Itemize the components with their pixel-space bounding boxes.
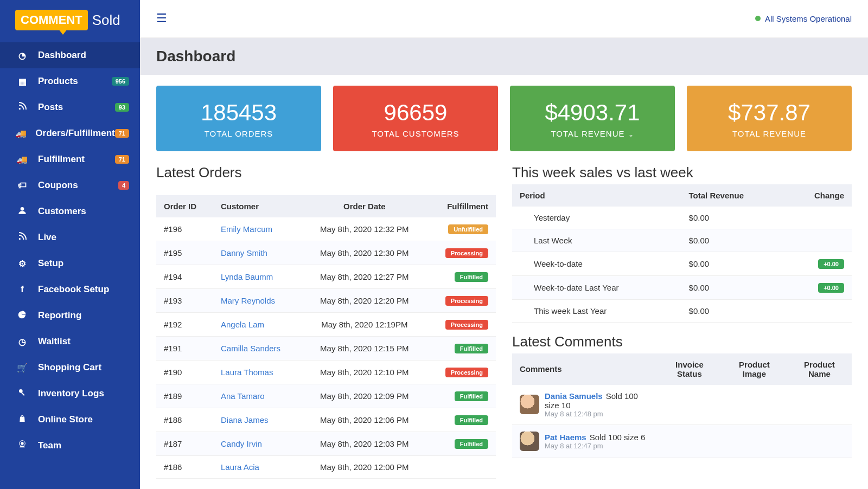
change-badge: +0.00 <box>818 283 844 293</box>
table-row[interactable]: #195Danny SmithMay 8th, 2020 12:30 PMPro… <box>156 241 496 265</box>
order-customer-link[interactable]: Emily Marcum <box>221 224 272 234</box>
topbar: ☰ All Systems Operational <box>140 0 868 38</box>
system-status[interactable]: All Systems Operational <box>755 14 852 23</box>
sidebar-item-label: Team <box>38 440 129 451</box>
sidebar-item-team[interactable]: Team <box>0 433 140 459</box>
sidebar-item-facebook-setup[interactable]: fFacebook Setup <box>0 276 140 303</box>
orders-header: Order Date <box>303 195 426 217</box>
table-row[interactable]: #190Laura ThomasMay 8th, 2020 12:10 PMPr… <box>156 360 496 384</box>
table-row[interactable]: #191Camilla SandersMay 8th, 2020 12:15 P… <box>156 336 496 360</box>
order-id: #196 <box>156 217 213 241</box>
sidebar-item-label: Shopping Cart <box>38 362 129 373</box>
order-customer-link[interactable]: Lynda Baumm <box>221 272 273 281</box>
sidebar-badge: 71 <box>115 129 129 138</box>
comments-header: Product Image <box>722 353 787 385</box>
order-customer-link[interactable]: Ana Tamaro <box>221 391 265 401</box>
hamburger-icon[interactable]: ☰ <box>156 11 167 25</box>
sidebar-item-label: Customers <box>38 206 129 217</box>
sales-header: Period <box>512 184 681 207</box>
orders-header: Order ID <box>156 195 213 217</box>
table-row: Week-to-date$0.00+0.00 <box>512 252 852 275</box>
sidebar-item-label: Reporting <box>38 310 129 321</box>
order-date: May 8th, 2020 12:32 PM <box>303 217 426 241</box>
sales-revenue: $0.00 <box>681 229 786 252</box>
sidebar-item-dashboard[interactable]: ◔Dashboard <box>0 42 140 68</box>
chevron-down-icon: ⌄ <box>628 131 634 138</box>
sidebar-item-inventory-logs[interactable]: Inventory Logs <box>0 381 140 407</box>
order-date: May 8th, 2020 12:27 PM <box>303 265 426 288</box>
stat-row: 185453TOTAL ORDERS96659TOTAL CUSTOMERS$4… <box>156 86 852 151</box>
comment-author-link[interactable]: Dania Samuels <box>545 391 603 401</box>
table-row[interactable]: #189Ana TamaroMay 8th, 2020 12:09 PMFulf… <box>156 384 496 408</box>
order-customer-link[interactable]: Mary Reynolds <box>221 296 275 305</box>
table-row: This week Last Year$0.00 <box>512 299 852 322</box>
order-customer-link[interactable]: Diana James <box>221 415 269 424</box>
logo-sold: Sold <box>92 12 120 29</box>
sidebar-item-reporting[interactable]: Reporting <box>0 303 140 329</box>
order-customer-link[interactable]: Candy Irvin <box>221 439 262 448</box>
sidebar-badge: 71 <box>115 155 129 164</box>
table-row[interactable]: Pat HaemsSold 100 size 6May 8 at 12:47 p… <box>512 424 852 458</box>
gears-icon: ⚙ <box>15 259 29 269</box>
fulfillment-badge: Processing <box>445 248 488 258</box>
order-date: May 8th, 2020 12:15 PM <box>303 336 426 360</box>
table-row[interactable]: #188Diana JamesMay 8th, 2020 12:06 PMFul… <box>156 408 496 432</box>
facebook-icon: f <box>15 285 29 294</box>
order-customer-link[interactable]: Laura Thomas <box>221 368 273 377</box>
table-row[interactable]: #187Candy IrvinMay 8th, 2020 12:03 PMFul… <box>156 432 496 455</box>
table-row[interactable]: #192Angela LamMay 8th, 2020 12:19PMProce… <box>156 312 496 336</box>
sidebar-item-products[interactable]: ▦Products956 <box>0 68 140 94</box>
sidebar-item-orders-fulfillment[interactable]: 🚚Orders/Fulfillment71 <box>0 120 140 146</box>
order-customer-link[interactable]: Danny Smith <box>221 248 267 258</box>
svg-point-5 <box>21 442 23 445</box>
sidebar-item-posts[interactable]: Posts93 <box>0 94 140 120</box>
comments-header: Comments <box>512 353 658 385</box>
sidebar-item-label: Setup <box>38 258 129 269</box>
fulfillment-badge: Fulfilled <box>455 272 488 282</box>
sales-header: Change <box>785 184 852 207</box>
rss-icon <box>15 102 29 113</box>
latest-comments-title: Latest Comments <box>512 333 852 350</box>
sidebar-item-setup[interactable]: ⚙Setup <box>0 250 140 276</box>
sales-compare-table: PeriodTotal RevenueChange Yesterday$0.00… <box>512 184 852 323</box>
order-customer-link[interactable]: Angela Lam <box>221 320 264 329</box>
sales-period: This week Last Year <box>512 299 681 322</box>
team-icon <box>15 440 29 451</box>
table-row[interactable]: #186Laura AciaMay 8th, 2020 12:00 PM <box>156 455 496 478</box>
sales-revenue: $0.00 <box>681 252 786 275</box>
sidebar-item-shopping-cart[interactable]: 🛒Shopping Cart <box>0 355 140 381</box>
order-id: #186 <box>156 455 213 478</box>
sidebar-badge: 93 <box>115 103 129 112</box>
order-customer-link[interactable]: Laura Acia <box>221 462 259 472</box>
sidebar-item-live[interactable]: Live <box>0 224 140 250</box>
latest-orders-table: Order IDCustomerOrder DateFulfillment #1… <box>156 195 496 479</box>
order-customer-link[interactable]: Camilla Sanders <box>221 344 280 353</box>
table-row[interactable]: #196Emily MarcumMay 8th, 2020 12:32 PMUn… <box>156 217 496 241</box>
comment-author-link[interactable]: Pat Haems <box>545 433 586 442</box>
sales-revenue: $0.00 <box>681 275 786 299</box>
status-dot-icon <box>755 16 761 21</box>
sidebar-item-online-store[interactable]: Online Store <box>0 407 140 433</box>
order-id: #195 <box>156 241 213 265</box>
table-row[interactable]: #194Lynda BaummMay 8th, 2020 12:27 PMFul… <box>156 265 496 288</box>
stat-label: TOTAL REVENUE⌄ <box>515 129 669 138</box>
fulfillment-badge: Fulfilled <box>455 391 488 401</box>
sidebar-item-coupons[interactable]: 🏷Coupons4 <box>0 172 140 198</box>
table-row[interactable]: #193Mary ReynoldsMay 8th, 2020 12:20 PMP… <box>156 288 496 312</box>
sidebar-item-label: Orders/Fulfillment <box>35 128 114 139</box>
order-id: #193 <box>156 288 213 312</box>
sidebar: COMMENT Sold ◔Dashboard▦Products956Posts… <box>0 0 140 489</box>
sidebar-item-label: Dashboard <box>38 50 129 61</box>
sidebar-item-fulfillment[interactable]: 🚚Fulfillment71 <box>0 146 140 172</box>
sales-revenue: $0.00 <box>681 207 786 229</box>
order-date: May 8th, 2020 12:10 PM <box>303 360 426 384</box>
comments-header: Invoice Status <box>658 353 722 385</box>
order-date: May 8th, 2020 12:30 PM <box>303 241 426 265</box>
table-row[interactable]: Dania SamuelsSold 100 size 10May 8 at 12… <box>512 385 852 425</box>
stat-value: $4903.71 <box>515 100 669 126</box>
sidebar-item-customers[interactable]: Customers <box>0 198 140 224</box>
sales-period: Week-to-date Last Year <box>512 275 681 299</box>
stat-card[interactable]: $4903.71TOTAL REVENUE⌄ <box>510 86 675 151</box>
sidebar-item-waitlist[interactable]: ◷Waitlist <box>0 329 140 355</box>
avatar <box>520 432 539 451</box>
